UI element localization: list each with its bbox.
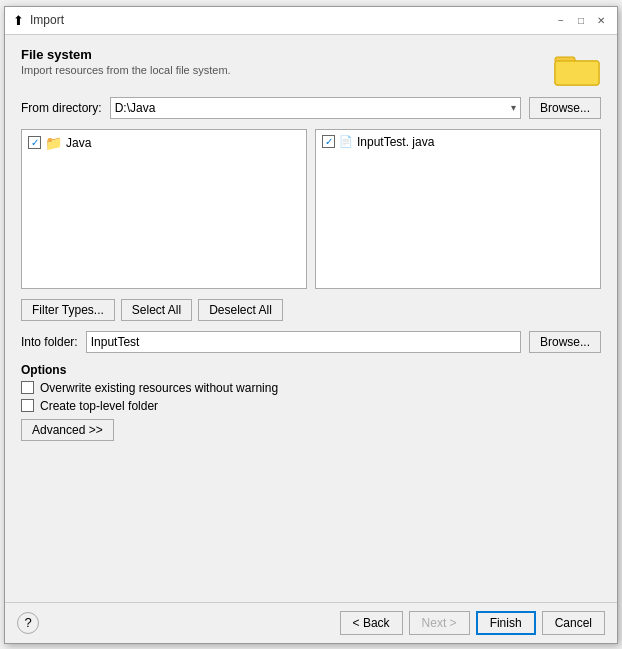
create-top-level-option-row: Create top-level folder — [21, 399, 601, 413]
into-folder-browse-button[interactable]: Browse... — [529, 331, 601, 353]
options-section: Options Overwrite existing resources wit… — [21, 363, 601, 441]
header-subtitle: Import resources from the local file sys… — [21, 64, 231, 76]
combo-arrow-icon: ▾ — [511, 102, 516, 113]
maximize-button[interactable]: □ — [573, 12, 589, 28]
deselect-all-button[interactable]: Deselect All — [198, 299, 283, 321]
title-bar: ⬆ Import − □ ✕ — [5, 7, 617, 35]
right-file-panel: 📄 InputTest. java — [315, 129, 601, 289]
into-folder-row: Into folder: Browse... — [21, 331, 601, 353]
inputtest-file-checkbox[interactable] — [322, 135, 335, 148]
java-folder-label: Java — [66, 136, 91, 150]
spacer — [21, 451, 601, 590]
select-all-button[interactable]: Select All — [121, 299, 192, 321]
file-icon: 📄 — [339, 135, 353, 148]
folder-icon-large — [553, 47, 601, 87]
action-buttons-row: Filter Types... Select All Deselect All — [21, 299, 601, 321]
footer-right: < Back Next > Finish Cancel — [340, 611, 605, 635]
overwrite-checkbox[interactable] — [21, 381, 34, 394]
from-directory-browse-button[interactable]: Browse... — [529, 97, 601, 119]
java-folder-checkbox[interactable] — [28, 136, 41, 149]
minimize-button[interactable]: − — [553, 12, 569, 28]
header-section: File system Import resources from the lo… — [21, 47, 601, 87]
create-top-level-label: Create top-level folder — [40, 399, 158, 413]
back-button[interactable]: < Back — [340, 611, 403, 635]
from-directory-row: From directory: D:\Java ▾ Browse... — [21, 97, 601, 119]
list-item[interactable]: 📄 InputTest. java — [320, 134, 596, 150]
finish-button[interactable]: Finish — [476, 611, 536, 635]
title-bar-left: ⬆ Import — [13, 13, 64, 28]
options-label: Options — [21, 363, 601, 377]
from-directory-value: D:\Java — [115, 101, 511, 115]
folder-icon: 📁 — [45, 135, 62, 151]
next-button[interactable]: Next > — [409, 611, 470, 635]
file-panels: 📁 Java 📄 InputTest. java — [21, 129, 601, 289]
left-file-panel: 📁 Java — [21, 129, 307, 289]
header-title: File system — [21, 47, 231, 62]
cancel-button[interactable]: Cancel — [542, 611, 605, 635]
from-directory-combo[interactable]: D:\Java ▾ — [110, 97, 521, 119]
help-button[interactable]: ? — [17, 612, 39, 634]
inputtest-file-label: InputTest. java — [357, 135, 434, 149]
list-item[interactable]: 📁 Java — [26, 134, 302, 152]
header-text: File system Import resources from the lo… — [21, 47, 231, 76]
advanced-button[interactable]: Advanced >> — [21, 419, 114, 441]
from-directory-label: From directory: — [21, 101, 102, 115]
title-controls: − □ ✕ — [553, 12, 609, 28]
into-folder-label: Into folder: — [21, 335, 78, 349]
close-button[interactable]: ✕ — [593, 12, 609, 28]
filter-types-button[interactable]: Filter Types... — [21, 299, 115, 321]
create-top-level-checkbox[interactable] — [21, 399, 34, 412]
import-dialog: ⬆ Import − □ ✕ File system Import resour… — [4, 6, 618, 644]
dialog-content: File system Import resources from the lo… — [5, 35, 617, 602]
footer-left: ? — [17, 612, 39, 634]
dialog-footer: ? < Back Next > Finish Cancel — [5, 602, 617, 643]
window-title: Import — [30, 13, 64, 27]
into-folder-input[interactable] — [86, 331, 521, 353]
overwrite-label: Overwrite existing resources without war… — [40, 381, 278, 395]
overwrite-option-row: Overwrite existing resources without war… — [21, 381, 601, 395]
